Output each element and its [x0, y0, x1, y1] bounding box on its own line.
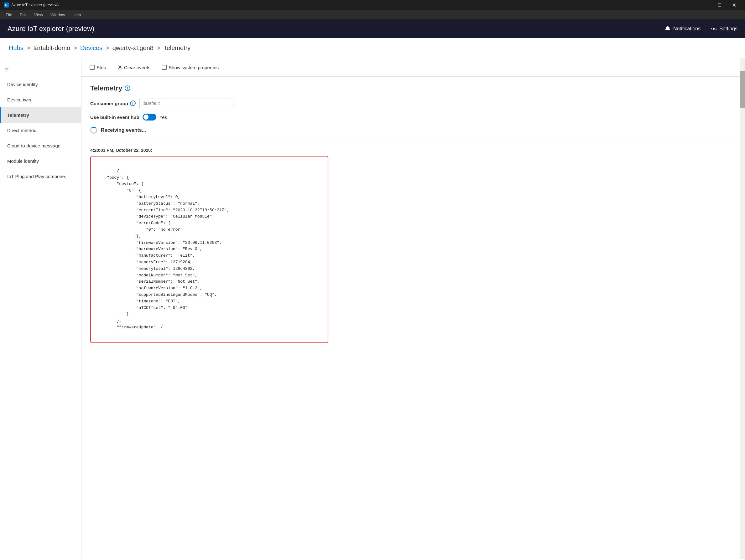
sidebar-label-direct-method: Direct method	[7, 128, 36, 133]
clear-events-button[interactable]: ✕ Clear events	[116, 63, 152, 72]
breadcrumb-page: Telemetry	[164, 44, 191, 51]
hamburger-button[interactable]: ≡	[0, 63, 81, 77]
sidebar: ≡ Device identity Device twin Telemetry …	[0, 58, 82, 559]
settings-button[interactable]: Settings	[711, 26, 738, 32]
toggle-yes-value: Yes	[159, 114, 167, 120]
sidebar-item-iot-plug-play[interactable]: IoT Plug and Play compone...	[0, 169, 81, 184]
title-bar-controls: ─ □ ✕	[698, 0, 741, 10]
scrollbar-track	[740, 58, 745, 559]
bell-icon	[665, 26, 671, 32]
built-in-event-hub-label: Use built-in event hub	[90, 114, 139, 120]
breadcrumb-sep1: >	[27, 44, 30, 51]
menu-view[interactable]: View	[31, 11, 46, 19]
stop-button[interactable]: Stop	[88, 64, 108, 71]
settings-label: Settings	[719, 26, 738, 32]
receiving-events-row: Receiving events...	[90, 127, 736, 140]
stop-label: Stop	[96, 65, 106, 70]
maximize-button[interactable]: □	[712, 0, 727, 10]
sidebar-item-direct-method[interactable]: Direct method	[0, 123, 81, 138]
content-inner: Telemetry i Consumer group i Use built-i…	[82, 77, 745, 351]
app-header-title: Azure IoT explorer (preview)	[7, 25, 94, 33]
azure-icon: A	[4, 2, 9, 7]
svg-text:A: A	[5, 3, 7, 7]
main-layout: ≡ Device identity Device twin Telemetry …	[0, 58, 745, 559]
consumer-group-info-icon[interactable]: i	[130, 101, 136, 106]
breadcrumb-hubs[interactable]: Hubs	[9, 44, 24, 51]
menu-edit[interactable]: Edit	[17, 11, 30, 19]
menu-window[interactable]: Window	[47, 11, 68, 19]
show-system-properties-button[interactable]: Show system properties	[160, 64, 221, 71]
title-bar-left: A Azure IoT explorer (preview)	[4, 2, 59, 7]
consumer-group-input[interactable]	[139, 99, 233, 108]
clear-events-icon: ✕	[118, 64, 122, 71]
content-area: Stop ✕ Clear events Show system properti…	[82, 58, 745, 559]
breadcrumb-sep3: >	[105, 44, 109, 51]
sidebar-label-device-twin: Device twin	[7, 97, 31, 102]
breadcrumb-sep2: >	[73, 44, 77, 51]
json-content-text: { "body": { "device": { "0": { "batteryL…	[97, 169, 229, 329]
title-bar: A Azure IoT explorer (preview) ─ □ ✕	[0, 0, 745, 10]
breadcrumb: Hubs > tartabit-demo > Devices > qwerty-…	[0, 38, 745, 58]
sidebar-label-telemetry: Telemetry	[7, 112, 29, 118]
close-button[interactable]: ✕	[727, 0, 741, 10]
json-content-box: { "body": { "device": { "0": { "batteryL…	[90, 156, 328, 343]
menu-bar: File Edit View Window Help	[0, 10, 745, 20]
app-header-right: Notifications Settings	[665, 26, 738, 32]
breadcrumb-devices[interactable]: Devices	[80, 44, 102, 51]
sidebar-item-telemetry[interactable]: Telemetry	[0, 107, 81, 123]
breadcrumb-device: qwerty-x1gen8	[112, 44, 154, 51]
stop-checkbox	[90, 65, 95, 70]
receiving-text: Receiving events...	[101, 128, 146, 133]
breadcrumb-hub: tartabit-demo	[33, 44, 70, 51]
sidebar-label-module-identity: Module identity	[7, 159, 39, 164]
svg-point-2	[713, 28, 715, 30]
notifications-button[interactable]: Notifications	[665, 26, 701, 32]
consumer-group-row: Consumer group i	[90, 99, 736, 108]
clear-events-label: Clear events	[124, 65, 150, 70]
breadcrumb-sep4: >	[157, 44, 160, 51]
scrollbar-thumb[interactable]	[740, 71, 745, 108]
sidebar-item-device-twin[interactable]: Device twin	[0, 92, 81, 107]
receiving-spinner	[90, 127, 97, 134]
built-in-toggle[interactable]	[142, 114, 156, 120]
telemetry-info-icon[interactable]: i	[125, 85, 130, 91]
sidebar-label-iot-plug-play: IoT Plug and Play compone...	[7, 174, 69, 179]
title-bar-text: Azure IoT explorer (preview)	[11, 3, 59, 7]
system-properties-checkbox	[162, 65, 167, 70]
toolbar: Stop ✕ Clear events Show system properti…	[82, 58, 745, 77]
section-title-text: Telemetry	[90, 84, 122, 92]
notifications-label: Notifications	[673, 26, 701, 32]
sidebar-label-cloud-to-device: Cloud-to-device message	[7, 143, 61, 148]
sidebar-item-device-identity[interactable]: Device identity	[0, 77, 81, 92]
section-title-row: Telemetry i	[90, 84, 736, 92]
event-timestamp: 4:20:01 PM, October 22, 2020:	[90, 148, 736, 153]
app-header: Azure IoT explorer (preview) Notificatio…	[0, 20, 745, 38]
built-in-event-hub-row: Use built-in event hub Yes	[90, 114, 736, 120]
menu-help[interactable]: Help	[70, 11, 84, 19]
menu-file[interactable]: File	[2, 11, 15, 19]
show-system-properties-label: Show system properties	[168, 65, 219, 70]
sidebar-item-module-identity[interactable]: Module identity	[0, 153, 81, 169]
settings-icon	[711, 26, 717, 32]
sidebar-item-cloud-to-device[interactable]: Cloud-to-device message	[0, 138, 81, 153]
consumer-group-label: Consumer group i	[90, 101, 136, 106]
sidebar-label-device-identity: Device identity	[7, 82, 38, 87]
minimize-button[interactable]: ─	[698, 0, 712, 10]
